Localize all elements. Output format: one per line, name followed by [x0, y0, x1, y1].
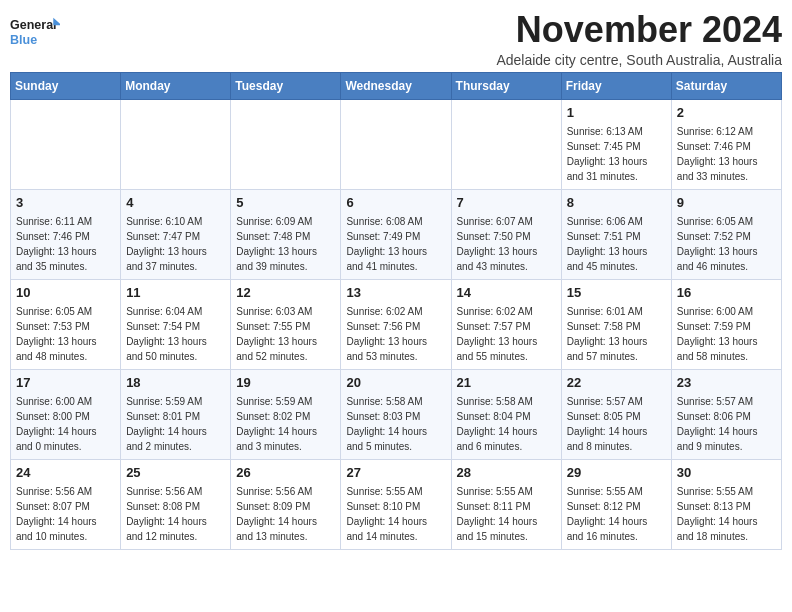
day-info: Sunrise: 5:56 AM Sunset: 8:09 PM Dayligh… — [236, 484, 335, 544]
day-number: 28 — [457, 464, 556, 483]
svg-text:Blue: Blue — [10, 33, 37, 47]
day-info: Sunrise: 5:59 AM Sunset: 8:02 PM Dayligh… — [236, 394, 335, 454]
day-number: 22 — [567, 374, 666, 393]
day-number: 5 — [236, 194, 335, 213]
day-number: 1 — [567, 104, 666, 123]
weekday-header: Saturday — [671, 72, 781, 99]
day-info: Sunrise: 5:56 AM Sunset: 8:08 PM Dayligh… — [126, 484, 225, 544]
day-number: 10 — [16, 284, 115, 303]
weekday-header: Tuesday — [231, 72, 341, 99]
day-info: Sunrise: 5:55 AM Sunset: 8:13 PM Dayligh… — [677, 484, 776, 544]
calendar-cell: 10Sunrise: 6:05 AM Sunset: 7:53 PM Dayli… — [11, 279, 121, 369]
day-number: 7 — [457, 194, 556, 213]
calendar-cell: 21Sunrise: 5:58 AM Sunset: 8:04 PM Dayli… — [451, 369, 561, 459]
calendar-cell: 18Sunrise: 5:59 AM Sunset: 8:01 PM Dayli… — [121, 369, 231, 459]
day-number: 4 — [126, 194, 225, 213]
day-info: Sunrise: 5:55 AM Sunset: 8:10 PM Dayligh… — [346, 484, 445, 544]
day-info: Sunrise: 5:57 AM Sunset: 8:05 PM Dayligh… — [567, 394, 666, 454]
day-number: 27 — [346, 464, 445, 483]
day-number: 20 — [346, 374, 445, 393]
day-info: Sunrise: 5:56 AM Sunset: 8:07 PM Dayligh… — [16, 484, 115, 544]
calendar-week-row: 3Sunrise: 6:11 AM Sunset: 7:46 PM Daylig… — [11, 189, 782, 279]
calendar-cell: 20Sunrise: 5:58 AM Sunset: 8:03 PM Dayli… — [341, 369, 451, 459]
calendar-cell — [451, 99, 561, 189]
day-info: Sunrise: 6:00 AM Sunset: 8:00 PM Dayligh… — [16, 394, 115, 454]
calendar-cell: 13Sunrise: 6:02 AM Sunset: 7:56 PM Dayli… — [341, 279, 451, 369]
weekday-header: Friday — [561, 72, 671, 99]
logo: General Blue — [10, 10, 60, 54]
month-title: November 2024 — [60, 10, 782, 50]
calendar-cell: 27Sunrise: 5:55 AM Sunset: 8:10 PM Dayli… — [341, 459, 451, 549]
day-info: Sunrise: 5:55 AM Sunset: 8:12 PM Dayligh… — [567, 484, 666, 544]
calendar-cell: 6Sunrise: 6:08 AM Sunset: 7:49 PM Daylig… — [341, 189, 451, 279]
weekday-header: Sunday — [11, 72, 121, 99]
day-number: 15 — [567, 284, 666, 303]
day-info: Sunrise: 6:10 AM Sunset: 7:47 PM Dayligh… — [126, 214, 225, 274]
title-block: November 2024 Adelaide city centre, Sout… — [60, 10, 782, 68]
day-info: Sunrise: 6:02 AM Sunset: 7:56 PM Dayligh… — [346, 304, 445, 364]
calendar-cell: 12Sunrise: 6:03 AM Sunset: 7:55 PM Dayli… — [231, 279, 341, 369]
svg-text:General: General — [10, 18, 57, 32]
day-info: Sunrise: 6:12 AM Sunset: 7:46 PM Dayligh… — [677, 124, 776, 184]
calendar-cell: 19Sunrise: 5:59 AM Sunset: 8:02 PM Dayli… — [231, 369, 341, 459]
day-number: 8 — [567, 194, 666, 213]
day-info: Sunrise: 5:58 AM Sunset: 8:04 PM Dayligh… — [457, 394, 556, 454]
day-number: 17 — [16, 374, 115, 393]
day-info: Sunrise: 5:55 AM Sunset: 8:11 PM Dayligh… — [457, 484, 556, 544]
day-number: 16 — [677, 284, 776, 303]
day-info: Sunrise: 6:02 AM Sunset: 7:57 PM Dayligh… — [457, 304, 556, 364]
calendar-week-row: 1Sunrise: 6:13 AM Sunset: 7:45 PM Daylig… — [11, 99, 782, 189]
calendar-cell: 5Sunrise: 6:09 AM Sunset: 7:48 PM Daylig… — [231, 189, 341, 279]
calendar-cell: 26Sunrise: 5:56 AM Sunset: 8:09 PM Dayli… — [231, 459, 341, 549]
day-number: 12 — [236, 284, 335, 303]
day-number: 21 — [457, 374, 556, 393]
day-info: Sunrise: 5:59 AM Sunset: 8:01 PM Dayligh… — [126, 394, 225, 454]
day-number: 19 — [236, 374, 335, 393]
calendar-cell: 1Sunrise: 6:13 AM Sunset: 7:45 PM Daylig… — [561, 99, 671, 189]
calendar-cell: 16Sunrise: 6:00 AM Sunset: 7:59 PM Dayli… — [671, 279, 781, 369]
day-info: Sunrise: 6:01 AM Sunset: 7:58 PM Dayligh… — [567, 304, 666, 364]
calendar-cell: 11Sunrise: 6:04 AM Sunset: 7:54 PM Dayli… — [121, 279, 231, 369]
day-number: 2 — [677, 104, 776, 123]
weekday-header: Wednesday — [341, 72, 451, 99]
calendar-cell: 30Sunrise: 5:55 AM Sunset: 8:13 PM Dayli… — [671, 459, 781, 549]
day-number: 13 — [346, 284, 445, 303]
day-info: Sunrise: 6:06 AM Sunset: 7:51 PM Dayligh… — [567, 214, 666, 274]
calendar-cell: 2Sunrise: 6:12 AM Sunset: 7:46 PM Daylig… — [671, 99, 781, 189]
day-info: Sunrise: 6:05 AM Sunset: 7:53 PM Dayligh… — [16, 304, 115, 364]
calendar-cell: 22Sunrise: 5:57 AM Sunset: 8:05 PM Dayli… — [561, 369, 671, 459]
day-number: 9 — [677, 194, 776, 213]
calendar-cell: 17Sunrise: 6:00 AM Sunset: 8:00 PM Dayli… — [11, 369, 121, 459]
calendar-cell: 4Sunrise: 6:10 AM Sunset: 7:47 PM Daylig… — [121, 189, 231, 279]
calendar-cell — [231, 99, 341, 189]
day-number: 3 — [16, 194, 115, 213]
day-info: Sunrise: 6:08 AM Sunset: 7:49 PM Dayligh… — [346, 214, 445, 274]
day-info: Sunrise: 6:11 AM Sunset: 7:46 PM Dayligh… — [16, 214, 115, 274]
day-info: Sunrise: 6:07 AM Sunset: 7:50 PM Dayligh… — [457, 214, 556, 274]
calendar-cell: 9Sunrise: 6:05 AM Sunset: 7:52 PM Daylig… — [671, 189, 781, 279]
day-info: Sunrise: 6:03 AM Sunset: 7:55 PM Dayligh… — [236, 304, 335, 364]
calendar-cell: 23Sunrise: 5:57 AM Sunset: 8:06 PM Dayli… — [671, 369, 781, 459]
logo-icon: General Blue — [10, 10, 60, 54]
calendar-week-row: 24Sunrise: 5:56 AM Sunset: 8:07 PM Dayli… — [11, 459, 782, 549]
day-info: Sunrise: 5:57 AM Sunset: 8:06 PM Dayligh… — [677, 394, 776, 454]
day-number: 23 — [677, 374, 776, 393]
calendar-cell: 28Sunrise: 5:55 AM Sunset: 8:11 PM Dayli… — [451, 459, 561, 549]
calendar-cell: 7Sunrise: 6:07 AM Sunset: 7:50 PM Daylig… — [451, 189, 561, 279]
weekday-header: Monday — [121, 72, 231, 99]
day-number: 26 — [236, 464, 335, 483]
calendar-cell — [341, 99, 451, 189]
day-number: 25 — [126, 464, 225, 483]
calendar-cell: 15Sunrise: 6:01 AM Sunset: 7:58 PM Dayli… — [561, 279, 671, 369]
calendar-cell: 29Sunrise: 5:55 AM Sunset: 8:12 PM Dayli… — [561, 459, 671, 549]
calendar-week-row: 10Sunrise: 6:05 AM Sunset: 7:53 PM Dayli… — [11, 279, 782, 369]
day-info: Sunrise: 6:04 AM Sunset: 7:54 PM Dayligh… — [126, 304, 225, 364]
calendar-week-row: 17Sunrise: 6:00 AM Sunset: 8:00 PM Dayli… — [11, 369, 782, 459]
location: Adelaide city centre, South Australia, A… — [60, 52, 782, 68]
day-number: 6 — [346, 194, 445, 213]
day-info: Sunrise: 5:58 AM Sunset: 8:03 PM Dayligh… — [346, 394, 445, 454]
calendar-cell: 14Sunrise: 6:02 AM Sunset: 7:57 PM Dayli… — [451, 279, 561, 369]
weekday-header-row: SundayMondayTuesdayWednesdayThursdayFrid… — [11, 72, 782, 99]
day-info: Sunrise: 6:00 AM Sunset: 7:59 PM Dayligh… — [677, 304, 776, 364]
day-info: Sunrise: 6:05 AM Sunset: 7:52 PM Dayligh… — [677, 214, 776, 274]
